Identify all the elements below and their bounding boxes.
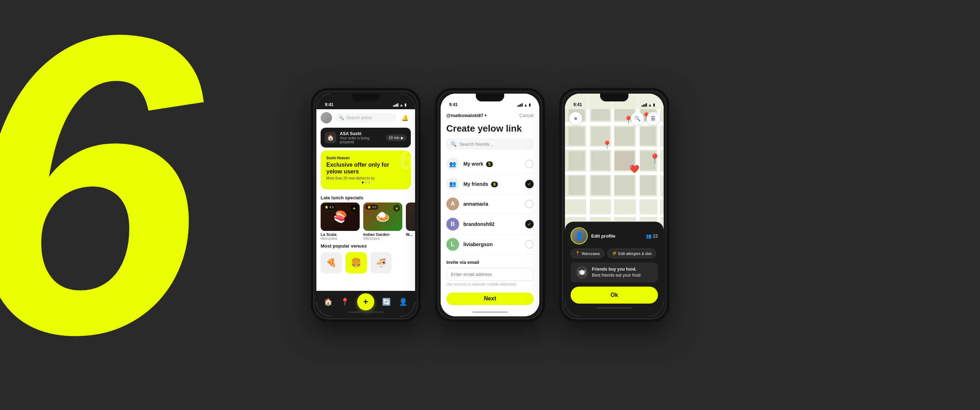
nav-profile[interactable]: 👤	[399, 298, 407, 306]
list-map-button[interactable]: ☰	[647, 112, 659, 125]
promo-dots	[326, 182, 405, 184]
invite-section: Invite via email Use commas to separate …	[441, 255, 539, 289]
ok-button[interactable]: Ok	[571, 287, 658, 304]
profile-icon: 👤	[399, 298, 407, 306]
svg-rect-3	[565, 172, 663, 175]
section-title-lunch: Late lunch specials	[317, 192, 415, 203]
phone-3: 9:41 ▲ ▮	[559, 88, 669, 322]
group-my-work[interactable]: 👥 My work 5	[441, 154, 539, 174]
phone-1-time: 9:41	[325, 102, 333, 107]
person-brandon[interactable]: B brandonsh92 ✓	[441, 214, 539, 234]
next-button[interactable]: Next	[446, 293, 534, 305]
svg-rect-14	[568, 127, 585, 146]
location-tag[interactable]: 📍 Warszawa	[571, 249, 605, 258]
venue-card-2[interactable]: 🍔	[345, 252, 367, 274]
profile-tags: 📍 Warszawa 🌾 Edit allergies & diet	[571, 249, 658, 258]
diet-tag-icon: 🌾	[612, 251, 617, 256]
order-icon: 🏠	[325, 132, 336, 143]
group-my-friends[interactable]: 👥 My friends 9 ✓	[441, 174, 539, 194]
work-group-icon: 👥	[446, 157, 459, 170]
notification-icon[interactable]: 🔔	[399, 112, 411, 123]
phones-container: 9:41 ▲ ▮ 🔍	[311, 88, 669, 322]
search-bar: 🔍 Search yelow 🔔	[317, 109, 415, 126]
check-annamaria[interactable]	[525, 199, 534, 208]
search-map-button[interactable]: 🔍	[631, 112, 644, 125]
edit-profile-label[interactable]: Edit profile	[591, 233, 615, 239]
phone-1-status-icons: ▲ ▮	[393, 103, 407, 107]
cancel-button[interactable]: Cancel	[519, 113, 534, 118]
check-brandon[interactable]: ✓	[525, 220, 534, 228]
restaurant-card-1[interactable]: 🍣 ⭐ 4.5 ★ La Scala Warszawa	[321, 203, 360, 241]
star-badge-1: ⭐ 4.5	[323, 205, 336, 210]
phone-1: 9:41 ▲ ▮ 🔍	[311, 88, 421, 322]
create-link-header: @matkowalski87 ▾ Cancel	[441, 109, 539, 122]
venue-card-1[interactable]: 🍕	[321, 252, 342, 274]
restaurant-card-3[interactable]: 🍜 ★ W...	[406, 203, 415, 241]
profile-row: 👤 Edit profile 👥 22	[571, 227, 658, 244]
phone-2-screen: 9:41 ▲ ▮ @matkowalski87	[441, 93, 539, 317]
battery-icon-3: ▮	[653, 103, 655, 107]
phone-1-content: 🔍 Search yelow 🔔 🏠 ASA Sushi Your order …	[317, 109, 415, 317]
avatar-brandon: B	[446, 218, 459, 231]
search-friends-bar[interactable]: 🔍 Search friends...	[446, 138, 534, 150]
search-icon: 🔍	[339, 116, 344, 120]
svg-rect-25	[640, 175, 656, 195]
diet-tag[interactable]: 🌾 Edit allergies & diet	[607, 249, 656, 258]
order-text: ASA Sushi Your order is being prepared	[340, 131, 382, 144]
wifi-icon-3: ▲	[648, 103, 652, 107]
work-check[interactable]	[525, 160, 534, 168]
map-right-buttons: 🔍 ☰	[631, 112, 659, 125]
phone-2-time: 9:41	[449, 102, 458, 107]
user-avatar[interactable]	[321, 112, 332, 123]
svg-rect-22	[568, 175, 585, 195]
restaurant-cards: 🍣 ⭐ 4.5 ★ La Scala Warszawa 🍛 ⭐ 3.0 ★	[317, 203, 415, 241]
search-friends-icon: 🔍	[450, 141, 457, 147]
restaurant-img-1: 🍣 ⭐ 4.5 ★	[321, 203, 360, 231]
create-title: Create yelow link	[441, 122, 539, 138]
restaurant-card-2[interactable]: 🍛 ⭐ 3.0 ★ Indian Garden Warszawa	[363, 203, 402, 241]
person-annamaria[interactable]: A annamaria	[441, 194, 539, 214]
profile-left: 👤 Edit profile	[571, 227, 615, 244]
map-header: ≡ 🔍 ☰	[565, 109, 663, 128]
svg-rect-2	[565, 147, 663, 150]
order-time-badge: 10 min ▶	[386, 135, 407, 141]
restaurant-img-2: 🍛 ⭐ 3.0 ★	[363, 203, 402, 231]
decorative-6: 6	[0, 0, 201, 397]
map-pin-yellow: 📍	[649, 153, 661, 164]
signal-icon-3	[642, 103, 647, 107]
home-indicator	[348, 312, 383, 313]
fav-badge-1: ★	[350, 205, 358, 212]
order-banner[interactable]: 🏠 ASA Sushi Your order is being prepared…	[321, 128, 411, 147]
map-area[interactable]: 📍 📍 📍 📍 ❤️ ≡ 🔍 ☰	[565, 93, 663, 228]
phone-3-screen: 9:41 ▲ ▮	[565, 93, 663, 317]
search-input[interactable]: 🔍 Search yelow	[335, 113, 397, 122]
nav-activity[interactable]: 🔄	[382, 298, 391, 306]
svg-rect-16	[615, 127, 635, 146]
profile-photo[interactable]: 👤	[571, 227, 588, 244]
nav-home[interactable]: 🏠	[324, 298, 333, 306]
avatar-annamaria: A	[446, 198, 459, 211]
venue-cards: 🍕 🍔 🍜	[317, 251, 415, 275]
menu-button[interactable]: ≡	[569, 112, 582, 125]
phone-3-status-icons: ▲ ▮	[642, 103, 655, 107]
phone-1-notch	[352, 93, 380, 101]
fab-button[interactable]: +	[357, 293, 374, 310]
map-pin-heart: ❤️	[630, 164, 640, 174]
venue-card-3[interactable]: 🍜	[370, 252, 391, 274]
food-promo-banner: 🍽️ Friends buy you food. Best friends ea…	[571, 263, 658, 282]
battery-icon: ▮	[404, 103, 407, 107]
avatar-livia: L	[446, 238, 459, 251]
phone-2-status-icons: ▲ ▮	[517, 103, 531, 107]
nav-location[interactable]: 📍	[340, 298, 349, 306]
battery-icon-2: ▮	[529, 103, 531, 107]
person-livia[interactable]: L liviabergson	[441, 234, 539, 254]
profile-panel: 👤 Edit profile 👥 22 📍 Warszawa	[565, 222, 663, 317]
food-icon: 🍽️	[576, 266, 589, 279]
activity-icon: 🔄	[382, 298, 391, 306]
check-livia[interactable]	[525, 240, 534, 249]
phone-3-notch	[600, 93, 628, 101]
promo-card[interactable]: 6 Sushi Heaven Exclusive offer only for …	[321, 150, 411, 189]
signal-icon	[393, 103, 398, 107]
friends-check[interactable]: ✓	[525, 180, 534, 188]
email-input[interactable]	[446, 268, 534, 281]
